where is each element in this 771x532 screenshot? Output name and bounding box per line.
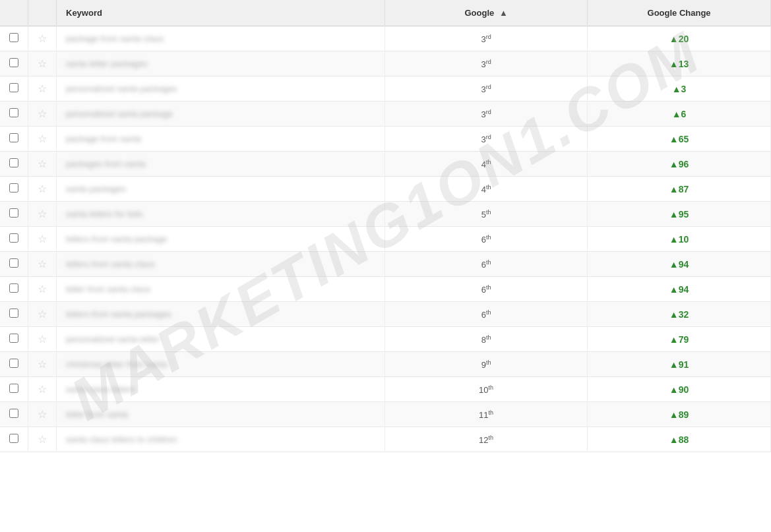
keyword-text: santa letters for kids — [66, 209, 142, 219]
row-rank-cell: 9th — [385, 352, 588, 377]
row-checkbox[interactable] — [9, 183, 18, 192]
row-checkbox[interactable] — [9, 133, 18, 142]
change-value: ▲91 — [669, 359, 689, 370]
star-icon[interactable]: ☆ — [38, 233, 47, 245]
row-checkbox[interactable] — [9, 108, 18, 117]
table-row: ☆ santa letter packages 3rd ▲13 — [0, 51, 771, 76]
star-icon[interactable]: ☆ — [38, 83, 47, 94]
row-keyword-cell: letters from santa packages — [57, 302, 385, 327]
header-google-change: Google Change — [588, 0, 771, 26]
rank-value: 12th — [479, 435, 493, 445]
star-icon[interactable]: ☆ — [38, 359, 47, 370]
rank-value: 3rd — [481, 59, 491, 69]
star-icon[interactable]: ☆ — [38, 133, 47, 144]
row-star-cell: ☆ — [28, 377, 57, 402]
rank-value: 6th — [481, 260, 491, 270]
change-value: ▲32 — [669, 309, 689, 320]
table-row: ☆ letters from santa packages 6th ▲32 — [0, 302, 771, 327]
rank-value: 9th — [481, 360, 491, 370]
keyword-text: personalized santa letter — [66, 334, 160, 344]
row-star-cell: ☆ — [28, 177, 57, 202]
rank-value: 10th — [479, 385, 493, 395]
row-checkbox[interactable] — [9, 359, 18, 368]
star-icon[interactable]: ☆ — [38, 108, 47, 119]
row-checkbox[interactable] — [9, 409, 18, 418]
keyword-text: letters from santa packages — [66, 309, 171, 319]
table-header-row: Keyword Google ▲ Google Change — [0, 0, 771, 26]
row-star-cell: ☆ — [28, 127, 57, 152]
change-value: ▲65 — [669, 134, 689, 144]
rank-value: 5th — [481, 210, 491, 220]
row-checkbox[interactable] — [9, 208, 18, 218]
row-checkbox[interactable] — [9, 233, 18, 243]
row-star-cell: ☆ — [28, 202, 57, 227]
row-checkbox-cell — [0, 202, 28, 227]
header-google[interactable]: Google ▲ — [385, 0, 588, 26]
table-row: ☆ santa claus letters 10th ▲90 — [0, 377, 771, 402]
change-value: ▲20 — [669, 34, 689, 44]
row-checkbox-cell — [0, 177, 28, 202]
row-star-cell: ☆ — [28, 352, 57, 377]
row-keyword-cell: santa claus letters — [57, 377, 385, 402]
keyword-text: santa claus letters to children — [66, 434, 177, 444]
row-checkbox[interactable] — [9, 58, 18, 67]
change-value: ▲94 — [669, 284, 689, 295]
row-rank-cell: 3rd — [385, 127, 588, 152]
star-icon[interactable]: ☆ — [38, 183, 47, 194]
row-star-cell: ☆ — [28, 252, 57, 277]
star-icon[interactable]: ☆ — [38, 58, 47, 69]
rank-value: 6th — [481, 310, 491, 320]
star-icon[interactable]: ☆ — [38, 283, 47, 295]
keyword-table: Keyword Google ▲ Google Change ☆ package… — [0, 0, 771, 452]
star-icon[interactable]: ☆ — [38, 384, 47, 395]
row-star-cell: ☆ — [28, 51, 57, 76]
rank-value: 6th — [481, 235, 491, 245]
row-rank-cell: 4th — [385, 177, 588, 202]
table-row: ☆ letters from santa package 6th ▲10 — [0, 227, 771, 252]
table-row: ☆ letters from santa claus 6th ▲94 — [0, 252, 771, 277]
row-checkbox[interactable] — [9, 33, 18, 42]
keyword-text: santa packages — [66, 184, 126, 194]
row-checkbox[interactable] — [9, 158, 18, 167]
change-value: ▲96 — [669, 159, 689, 169]
star-icon[interactable]: ☆ — [38, 434, 47, 445]
row-keyword-cell: santa letters for kids — [57, 202, 385, 227]
row-rank-cell: 3rd — [385, 102, 588, 127]
row-change-cell: ▲10 — [588, 227, 771, 252]
row-checkbox-cell — [0, 352, 28, 377]
star-icon[interactable]: ☆ — [38, 158, 47, 169]
table-row: ☆ letter from santa 11th ▲89 — [0, 402, 771, 427]
header-checkbox-col — [0, 0, 28, 26]
row-star-cell: ☆ — [28, 277, 57, 302]
row-keyword-cell: santa packages — [57, 177, 385, 202]
table-row: ☆ santa claus letters to children 12th ▲… — [0, 427, 771, 452]
row-checkbox[interactable] — [9, 384, 18, 393]
star-icon[interactable]: ☆ — [38, 409, 47, 420]
keyword-text: package from santa — [66, 134, 141, 144]
row-checkbox[interactable] — [9, 334, 18, 343]
row-rank-cell: 6th — [385, 227, 588, 252]
row-checkbox[interactable] — [9, 283, 18, 293]
star-icon[interactable]: ☆ — [38, 33, 47, 44]
star-icon[interactable]: ☆ — [38, 309, 47, 320]
star-icon[interactable]: ☆ — [38, 258, 47, 270]
row-rank-cell: 10th — [385, 377, 588, 402]
row-change-cell: ▲3 — [588, 76, 771, 102]
row-star-cell: ☆ — [28, 102, 57, 127]
keyword-text: santa letter packages — [66, 59, 148, 69]
row-checkbox[interactable] — [9, 434, 18, 443]
row-checkbox-cell — [0, 102, 28, 127]
row-rank-cell: 6th — [385, 302, 588, 327]
star-icon[interactable]: ☆ — [38, 208, 47, 220]
star-icon[interactable]: ☆ — [38, 334, 47, 345]
row-change-cell: ▲95 — [588, 202, 771, 227]
keyword-text: personalized santa package — [66, 109, 173, 119]
row-checkbox[interactable] — [9, 309, 18, 318]
table-row: ☆ packages from santa 4th ▲96 — [0, 152, 771, 177]
row-checkbox[interactable] — [9, 258, 18, 268]
rank-value: 8th — [481, 335, 491, 345]
row-checkbox[interactable] — [9, 83, 18, 92]
row-star-cell: ☆ — [28, 302, 57, 327]
row-checkbox-cell — [0, 402, 28, 427]
change-value: ▲10 — [669, 234, 689, 245]
